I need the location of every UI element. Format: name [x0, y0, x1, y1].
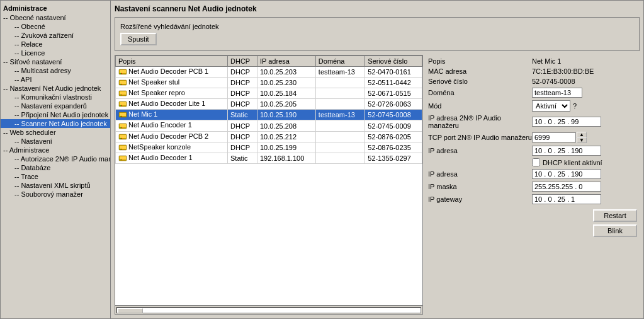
svg-rect-21	[120, 124, 126, 127]
sidebar-item-soubory[interactable]: Souborový manažer	[1, 190, 110, 199]
tcp-port-input[interactable]	[532, 132, 576, 142]
svg-point-11	[121, 95, 122, 96]
page-title: Nastavení scanneru Net Audio jednotek	[115, 4, 640, 17]
sidebar-item-databaze[interactable]: Databáze	[1, 163, 110, 172]
device-icon	[118, 110, 127, 119]
help-icon[interactable]: ?	[573, 102, 577, 110]
sidebar-item-pripojeni[interactable]: Připojení Net Audio jednotek	[1, 110, 110, 119]
horizontal-scrollbar[interactable]	[115, 305, 422, 314]
detail-ip-manager-label: IP adresa 2N® IP Audio manažeru	[428, 114, 532, 129]
cell-dhcp: DHCP	[228, 99, 257, 110]
blink-button[interactable]: Blink	[593, 224, 637, 237]
svg-rect-5	[120, 81, 126, 84]
detail-domena-input[interactable]	[532, 88, 582, 98]
sidebar-item-multicast[interactable]: Multicast adresy	[1, 66, 110, 75]
cell-dhcp: DHCP	[228, 131, 257, 142]
svg-point-6	[120, 84, 121, 85]
cell-dhcp: DHCP	[228, 88, 257, 99]
spinner-down-btn[interactable]: ▼	[577, 137, 587, 143]
sidebar-section-netaudio[interactable]: Nastavení Net Audio jednotek	[1, 84, 110, 93]
svg-point-34	[120, 160, 121, 161]
sidebar-item-trace[interactable]: Trace	[1, 172, 110, 181]
svg-point-2	[120, 73, 121, 74]
sidebar-section-webscheduler[interactable]: Web scheduler	[1, 128, 110, 137]
table-row[interactable]: Net Audio Decoder Lite 1 DHCP 10.0.25.20…	[116, 99, 422, 110]
table-row[interactable]: NetSpeaker konzole DHCP 10.0.25.199 52-0…	[116, 142, 422, 153]
sidebar-item-scanner[interactable]: Scanner Net Audio jednotek	[1, 119, 110, 128]
restart-button[interactable]: Restart	[593, 209, 637, 222]
detail-gateway-row: IP gateway	[428, 194, 637, 204]
detail-mask-input[interactable]	[532, 182, 601, 192]
detail-ip-manager-input[interactable]	[532, 117, 601, 127]
cell-dhcp: DHCP	[228, 67, 257, 78]
table-row[interactable]: Net Audio Encoder 1 DHCP 10.0.25.208 52-…	[116, 120, 422, 131]
dhcp-label: DHCP klient aktivní	[543, 159, 602, 166]
svg-point-10	[120, 95, 121, 96]
cell-domena	[315, 131, 364, 142]
sidebar-item-relace[interactable]: Relace	[1, 40, 110, 49]
cell-ip: 10.0.25.190	[257, 110, 316, 120]
sidebar-item-api[interactable]: API	[1, 75, 110, 84]
cell-domena	[315, 99, 364, 110]
cell-domena	[315, 120, 364, 131]
sidebar-section-sitove[interactable]: Síťové nastavení	[1, 57, 110, 66]
svg-point-26	[120, 137, 121, 139]
detail-gateway-input[interactable]	[532, 194, 601, 204]
cell-serial: 52-0876-0205	[365, 131, 422, 142]
dhcp-row: DHCP klient aktivní	[532, 158, 637, 166]
sidebar-item-obecne[interactable]: Obecné	[1, 22, 110, 31]
sidebar-section-obecne[interactable]: Obecné nastavení	[1, 13, 110, 22]
details-panel: Popis Net Mic 1 MAC adresa 7C:1E:B3:00:B…	[426, 55, 640, 315]
cell-dhcp: DHCP	[228, 142, 257, 153]
detail-ip-static-row: IP adresa	[428, 169, 637, 179]
tcp-port-spinner: ▲ ▼	[532, 132, 587, 143]
sidebar-item-xml[interactable]: Nastavení XML skriptů	[1, 181, 110, 190]
detail-serial-value: 52-0745-0008	[532, 78, 575, 85]
search-label: Rozšířené vyhledávání jednotek	[120, 23, 634, 30]
svg-rect-29	[120, 146, 126, 149]
run-button[interactable]: Spustit	[120, 33, 157, 45]
scroll-track[interactable]	[116, 307, 421, 313]
sidebar-item-licence[interactable]: Licence	[1, 49, 110, 57]
sidebar-item-expandery[interactable]: Nastavení expanderů	[1, 102, 110, 110]
dhcp-checkbox[interactable]	[532, 158, 540, 166]
spinner-up-btn[interactable]: ▲	[577, 132, 587, 137]
sidebar-item-autorizace[interactable]: Autorizace 2N® IP Audio manažeru	[1, 154, 110, 163]
cell-ip: 10.0.25.208	[257, 120, 316, 131]
table-row[interactable]: Net Audio Decoder PCB 2 DHCP 10.0.25.212…	[116, 131, 422, 142]
scroll-thumb[interactable]	[118, 308, 143, 313]
sidebar-section-administrace[interactable]: Administrace	[1, 146, 110, 154]
device-icon	[118, 143, 127, 152]
cell-dhcp: Static	[228, 153, 257, 163]
table-row[interactable]: Net Speaker repro DHCP 10.0.25.184 52-06…	[116, 88, 422, 99]
device-icon	[118, 67, 127, 76]
cell-domena: testteam-13	[315, 67, 364, 78]
detail-popis-value: Net Mic 1	[532, 57, 561, 65]
cell-domena	[315, 142, 364, 153]
cell-popis: Net Audio Decoder Lite 1	[116, 99, 228, 110]
svg-rect-25	[120, 135, 126, 138]
detail-ip-static-input[interactable]	[532, 169, 601, 179]
svg-point-27	[121, 137, 122, 139]
cell-domena: testteam-13	[315, 110, 364, 120]
table-row[interactable]: Net Audio Decoder PCB 1 DHCP 10.0.25.203…	[116, 67, 422, 78]
cell-ip: 10.0.25.212	[257, 131, 316, 142]
cell-dhcp: DHCP	[228, 78, 257, 88]
detail-mac-label: MAC adresa	[428, 67, 532, 75]
detail-tcp-port-row: TCP port 2N® IP Audio manažeru ▲ ▼	[428, 132, 637, 143]
col-dhcp: DHCP	[228, 56, 257, 67]
detail-mod-row: Mód Aktivní Pasivní ?	[428, 100, 637, 112]
svg-point-18	[120, 116, 121, 117]
table-row[interactable]: Net Mic 1 Static 10.0.25.190 testteam-13…	[116, 110, 422, 120]
table-scroll[interactable]: Popis DHCP IP adresa Doména Seriové čísl…	[115, 55, 422, 305]
detail-mod-label: Mód	[428, 102, 532, 110]
sidebar-item-komunikacni[interactable]: Komunikační vlastnosti	[1, 93, 110, 102]
cell-ip: 10.0.25.199	[257, 142, 316, 153]
table-row[interactable]: Net Audio Decoder 1 Static 192.168.1.100…	[116, 153, 422, 163]
table-row[interactable]: Net Speaker stul DHCP 10.0.25.230 52-051…	[116, 78, 422, 88]
sidebar-item-nastaveni[interactable]: Nastavení	[1, 137, 110, 146]
cell-popis: Net Speaker stul	[116, 78, 228, 88]
detail-mod-select[interactable]: Aktivní Pasivní	[532, 100, 570, 112]
detail-ip-input[interactable]	[532, 146, 601, 156]
sidebar-item-zvukova[interactable]: Zvuková zařízení	[1, 31, 110, 40]
